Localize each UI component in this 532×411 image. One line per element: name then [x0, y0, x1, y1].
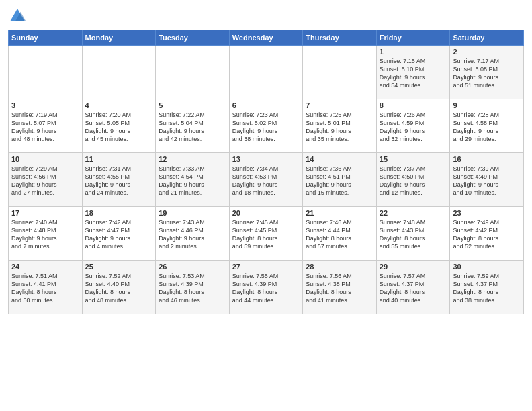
day-number: 9 — [453, 101, 521, 109]
day-number: 29 — [380, 263, 447, 271]
day-info: Sunrise: 7:40 AM Sunset: 4:48 PM Dayligh… — [11, 218, 79, 251]
day-cell: 8Sunrise: 7:26 AM Sunset: 4:59 PM Daylig… — [376, 99, 450, 153]
week-row-4: 17Sunrise: 7:40 AM Sunset: 4:48 PM Dayli… — [9, 207, 524, 261]
week-row-3: 10Sunrise: 7:29 AM Sunset: 4:56 PM Dayli… — [9, 153, 524, 207]
col-header-tuesday: Tuesday — [156, 30, 230, 46]
day-number: 25 — [85, 263, 153, 271]
day-info: Sunrise: 7:43 AM Sunset: 4:46 PM Dayligh… — [159, 218, 226, 251]
day-info: Sunrise: 7:33 AM Sunset: 4:54 PM Dayligh… — [159, 165, 226, 197]
day-cell: 13Sunrise: 7:34 AM Sunset: 4:53 PM Dayli… — [229, 153, 303, 207]
col-header-wednesday: Wednesday — [229, 30, 303, 46]
logo — [8, 7, 30, 26]
day-cell: 5Sunrise: 7:22 AM Sunset: 5:04 PM Daylig… — [156, 99, 230, 153]
day-info: Sunrise: 7:26 AM Sunset: 4:59 PM Dayligh… — [380, 111, 447, 144]
day-number: 13 — [232, 155, 300, 163]
day-info: Sunrise: 7:34 AM Sunset: 4:53 PM Dayligh… — [232, 165, 300, 197]
day-number: 18 — [85, 209, 153, 217]
day-info: Sunrise: 7:56 AM Sunset: 4:38 PM Dayligh… — [306, 272, 373, 305]
week-row-5: 24Sunrise: 7:51 AM Sunset: 4:41 PM Dayli… — [9, 261, 524, 314]
col-header-saturday: Saturday — [450, 30, 524, 46]
day-number: 20 — [232, 209, 300, 217]
day-cell: 18Sunrise: 7:42 AM Sunset: 4:47 PM Dayli… — [82, 207, 156, 261]
day-cell: 6Sunrise: 7:23 AM Sunset: 5:02 PM Daylig… — [229, 99, 303, 153]
day-info: Sunrise: 7:42 AM Sunset: 4:47 PM Dayligh… — [85, 218, 153, 251]
day-number: 5 — [159, 101, 226, 109]
day-number: 11 — [85, 155, 153, 163]
col-header-friday: Friday — [376, 30, 450, 46]
col-header-thursday: Thursday — [303, 30, 377, 46]
day-info: Sunrise: 7:46 AM Sunset: 4:44 PM Dayligh… — [306, 218, 373, 251]
day-number: 22 — [380, 209, 447, 217]
day-number: 1 — [380, 48, 447, 56]
day-number: 19 — [159, 209, 226, 217]
day-number: 30 — [453, 263, 521, 271]
day-number: 28 — [306, 263, 373, 271]
day-number: 7 — [306, 101, 373, 109]
day-number: 23 — [453, 209, 521, 217]
day-info: Sunrise: 7:20 AM Sunset: 5:05 PM Dayligh… — [85, 111, 153, 144]
day-cell: 10Sunrise: 7:29 AM Sunset: 4:56 PM Dayli… — [9, 153, 83, 207]
day-info: Sunrise: 7:28 AM Sunset: 4:58 PM Dayligh… — [453, 111, 521, 144]
day-cell: 24Sunrise: 7:51 AM Sunset: 4:41 PM Dayli… — [9, 261, 83, 314]
day-info: Sunrise: 7:22 AM Sunset: 5:04 PM Dayligh… — [159, 111, 226, 144]
day-number: 24 — [11, 263, 79, 271]
day-info: Sunrise: 7:31 AM Sunset: 4:55 PM Dayligh… — [85, 165, 153, 197]
day-cell — [303, 46, 377, 99]
day-cell: 30Sunrise: 7:59 AM Sunset: 4:37 PM Dayli… — [450, 261, 524, 314]
day-info: Sunrise: 7:51 AM Sunset: 4:41 PM Dayligh… — [11, 272, 79, 305]
day-cell: 28Sunrise: 7:56 AM Sunset: 4:38 PM Dayli… — [303, 261, 377, 314]
col-header-monday: Monday — [82, 30, 156, 46]
logo-icon — [8, 7, 27, 26]
day-cell: 23Sunrise: 7:49 AM Sunset: 4:42 PM Dayli… — [450, 207, 524, 261]
day-info: Sunrise: 7:59 AM Sunset: 4:37 PM Dayligh… — [453, 272, 521, 305]
day-cell: 3Sunrise: 7:19 AM Sunset: 5:07 PM Daylig… — [9, 99, 83, 153]
day-cell: 25Sunrise: 7:52 AM Sunset: 4:40 PM Dayli… — [82, 261, 156, 314]
col-header-sunday: Sunday — [9, 30, 83, 46]
day-cell: 11Sunrise: 7:31 AM Sunset: 4:55 PM Dayli… — [82, 153, 156, 207]
day-number: 16 — [453, 155, 521, 163]
day-number: 3 — [11, 101, 79, 109]
day-info: Sunrise: 7:29 AM Sunset: 4:56 PM Dayligh… — [11, 165, 79, 197]
day-number: 4 — [85, 101, 153, 109]
day-cell: 2Sunrise: 7:17 AM Sunset: 5:08 PM Daylig… — [450, 46, 524, 99]
day-cell: 19Sunrise: 7:43 AM Sunset: 4:46 PM Dayli… — [156, 207, 230, 261]
day-number: 2 — [453, 48, 521, 56]
day-info: Sunrise: 7:15 AM Sunset: 5:10 PM Dayligh… — [380, 57, 447, 90]
day-cell: 4Sunrise: 7:20 AM Sunset: 5:05 PM Daylig… — [82, 99, 156, 153]
day-info: Sunrise: 7:25 AM Sunset: 5:01 PM Dayligh… — [306, 111, 373, 144]
day-cell: 1Sunrise: 7:15 AM Sunset: 5:10 PM Daylig… — [376, 46, 450, 99]
day-cell: 22Sunrise: 7:48 AM Sunset: 4:43 PM Dayli… — [376, 207, 450, 261]
day-cell: 15Sunrise: 7:37 AM Sunset: 4:50 PM Dayli… — [376, 153, 450, 207]
day-number: 26 — [159, 263, 226, 271]
day-number: 10 — [11, 155, 79, 163]
day-cell — [229, 46, 303, 99]
day-cell: 7Sunrise: 7:25 AM Sunset: 5:01 PM Daylig… — [303, 99, 377, 153]
day-cell — [156, 46, 230, 99]
day-number: 14 — [306, 155, 373, 163]
day-cell: 29Sunrise: 7:57 AM Sunset: 4:37 PM Dayli… — [376, 261, 450, 314]
day-cell: 21Sunrise: 7:46 AM Sunset: 4:44 PM Dayli… — [303, 207, 377, 261]
day-info: Sunrise: 7:52 AM Sunset: 4:40 PM Dayligh… — [85, 272, 153, 305]
page-container: SundayMondayTuesdayWednesdayThursdayFrid… — [0, 0, 532, 320]
day-number: 8 — [380, 101, 447, 109]
day-number: 21 — [306, 209, 373, 217]
day-cell — [82, 46, 156, 99]
header — [8, 7, 524, 26]
day-info: Sunrise: 7:53 AM Sunset: 4:39 PM Dayligh… — [159, 272, 226, 305]
day-cell: 27Sunrise: 7:55 AM Sunset: 4:39 PM Dayli… — [229, 261, 303, 314]
week-row-2: 3Sunrise: 7:19 AM Sunset: 5:07 PM Daylig… — [9, 99, 524, 153]
day-number: 12 — [159, 155, 226, 163]
day-info: Sunrise: 7:37 AM Sunset: 4:50 PM Dayligh… — [380, 165, 447, 197]
day-info: Sunrise: 7:45 AM Sunset: 4:45 PM Dayligh… — [232, 218, 300, 251]
day-cell: 16Sunrise: 7:39 AM Sunset: 4:49 PM Dayli… — [450, 153, 524, 207]
day-cell: 20Sunrise: 7:45 AM Sunset: 4:45 PM Dayli… — [229, 207, 303, 261]
day-info: Sunrise: 7:23 AM Sunset: 5:02 PM Dayligh… — [232, 111, 300, 144]
day-info: Sunrise: 7:49 AM Sunset: 4:42 PM Dayligh… — [453, 218, 521, 251]
day-info: Sunrise: 7:57 AM Sunset: 4:37 PM Dayligh… — [380, 272, 447, 305]
day-number: 17 — [11, 209, 79, 217]
day-info: Sunrise: 7:39 AM Sunset: 4:49 PM Dayligh… — [453, 165, 521, 197]
header-row: SundayMondayTuesdayWednesdayThursdayFrid… — [9, 30, 524, 46]
week-row-1: 1Sunrise: 7:15 AM Sunset: 5:10 PM Daylig… — [9, 46, 524, 99]
day-cell: 26Sunrise: 7:53 AM Sunset: 4:39 PM Dayli… — [156, 261, 230, 314]
day-info: Sunrise: 7:48 AM Sunset: 4:43 PM Dayligh… — [380, 218, 447, 251]
